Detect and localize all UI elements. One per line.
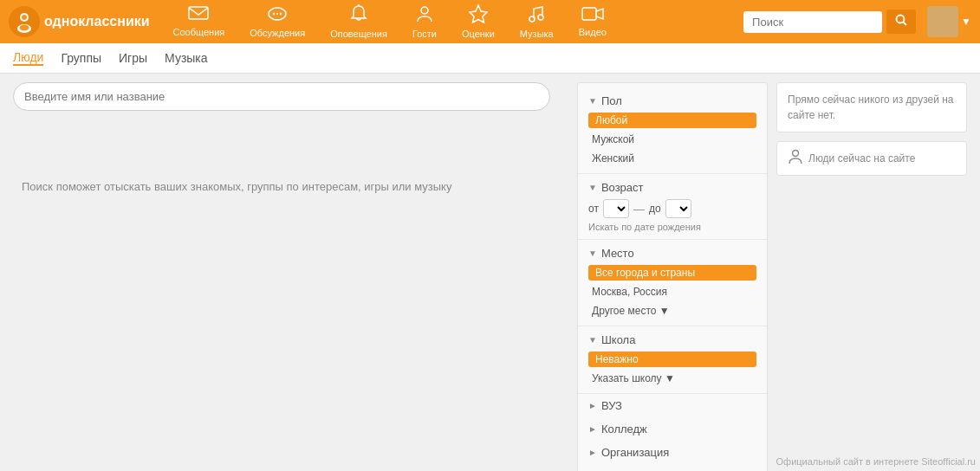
main-content: Поиск поможет отыскать ваших знакомых, г… (0, 74, 980, 471)
friends-online-box: Прямо сейчас никого из друзей на сайте н… (776, 82, 967, 132)
location-filter-header[interactable]: ▼ Место (588, 247, 756, 260)
svg-rect-14 (582, 8, 596, 20)
age-arrow-icon: ▼ (588, 183, 597, 192)
age-row: от — до (588, 199, 756, 218)
friends-online-text: Прямо сейчас никого из друзей на сайте н… (788, 94, 954, 121)
subnav-music[interactable]: Музыка (165, 51, 208, 65)
location-options: Все города и страны Москва, Россия Друго… (588, 265, 756, 319)
gender-male[interactable]: Мужской (588, 132, 756, 147)
messages-icon (188, 6, 209, 24)
svg-point-2 (22, 15, 27, 20)
gender-arrow-icon: ▼ (588, 96, 597, 106)
filters-panel: ▼ Пол Любой Мужской Женский ▼ Возраст от… (577, 82, 768, 471)
nav-guests-label: Гости (412, 29, 437, 39)
gender-label: Пол (601, 94, 622, 107)
svg-point-16 (897, 16, 905, 23)
logo-text: одноклассники (44, 14, 150, 29)
school-specify[interactable]: Указать школу ▼ (588, 371, 756, 386)
college-filter[interactable]: ► Колледж (578, 417, 767, 441)
military-filter[interactable]: ► Воинская часть (578, 464, 767, 471)
svg-point-3 (20, 25, 29, 31)
age-to-label: до (649, 203, 661, 215)
nav-video[interactable]: Видео (568, 3, 617, 41)
gender-filter-header[interactable]: ▼ Пол (588, 94, 756, 107)
global-search-button[interactable] (886, 10, 916, 34)
university-arrow-icon: ► (588, 401, 597, 410)
svg-point-6 (273, 13, 275, 15)
global-search-input[interactable] (743, 11, 882, 33)
user-avatar-area[interactable]: ▼ (927, 6, 971, 37)
nav-notifications-label: Оповещения (330, 29, 387, 39)
chevron-down-icon: ▼ (961, 16, 971, 28)
logo-area[interactable]: одноклассники (9, 6, 150, 37)
ratings-icon (468, 4, 489, 26)
location-moscow[interactable]: Москва, Россия (588, 284, 756, 300)
svg-rect-4 (189, 7, 208, 19)
school-filter-header[interactable]: ▼ Школа (588, 333, 756, 346)
age-label: Возраст (601, 181, 644, 194)
location-all[interactable]: Все города и страны (588, 265, 756, 281)
college-arrow-icon: ► (588, 424, 597, 434)
school-options: Неважно Указать школу ▼ (588, 352, 756, 386)
people-online-label: Люди сейчас на сайте (808, 152, 915, 165)
svg-line-17 (904, 23, 907, 26)
svg-point-7 (276, 13, 278, 15)
nav-music[interactable]: Музыка (509, 1, 564, 42)
location-filter: ▼ Место Все города и страны Москва, Росс… (578, 240, 767, 326)
age-filter: ▼ Возраст от — до Искать по дате рождени… (578, 174, 767, 240)
notifications-icon (350, 4, 367, 26)
subnav-groups[interactable]: Группы (61, 51, 101, 65)
nav-notifications[interactable]: Оповещения (320, 1, 398, 42)
helper-text: Поиск поможет отыскать ваших знакомых, г… (22, 180, 568, 193)
age-from-select[interactable] (603, 199, 629, 218)
svg-point-8 (280, 13, 282, 15)
gender-filter: ▼ Пол Любой Мужской Женский (578, 87, 767, 174)
logo-icon (9, 6, 40, 37)
nav-discussions-label: Обсуждения (250, 28, 305, 38)
avatar (927, 6, 958, 37)
university-label: ВУЗ (601, 399, 622, 412)
organization-label: Организация (601, 446, 669, 459)
header: одноклассники Сообщения Обсуждения Опове… (0, 0, 980, 43)
nav-ratings[interactable]: Оценки (451, 1, 505, 42)
svg-point-13 (538, 15, 543, 20)
location-label: Место (601, 247, 634, 260)
location-arrow-icon: ▼ (588, 248, 597, 258)
nav-guests[interactable]: Гости (402, 1, 447, 42)
nav-messages[interactable]: Сообщения (163, 3, 236, 41)
university-filter[interactable]: ► ВУЗ (578, 394, 767, 417)
location-other[interactable]: Другое место ▼ (588, 303, 756, 319)
nav-music-label: Музыка (520, 29, 554, 39)
name-search-input[interactable] (13, 82, 550, 111)
svg-marker-11 (470, 5, 487, 23)
left-panel: Поиск поможет отыскать ваших знакомых, г… (13, 82, 568, 471)
people-icon (788, 149, 803, 168)
nav-video-label: Видео (579, 27, 607, 37)
age-to-select[interactable] (665, 199, 691, 218)
search-area (743, 10, 916, 34)
people-online-box[interactable]: Люди сейчас на сайте (776, 141, 967, 176)
subnav-games[interactable]: Игры (119, 51, 147, 65)
gender-options: Любой Мужской Женский (588, 113, 756, 166)
birth-date-link[interactable]: Искать по дате рождения (588, 222, 756, 232)
svg-marker-15 (596, 9, 603, 19)
music-icon (527, 4, 546, 26)
age-from-label: от (588, 203, 599, 215)
nav-ratings-label: Оценки (462, 29, 495, 39)
age-filter-header[interactable]: ▼ Возраст (588, 181, 756, 194)
subnav-people[interactable]: Люди (13, 50, 43, 66)
age-dash: — (633, 203, 645, 216)
gender-female[interactable]: Женский (588, 151, 756, 166)
college-label: Колледж (601, 423, 647, 436)
school-any[interactable]: Неважно (588, 352, 756, 367)
right-panel: Прямо сейчас никого из друзей на сайте н… (776, 82, 967, 471)
nav-discussions[interactable]: Обсуждения (239, 2, 315, 42)
organization-filter[interactable]: ► Организация (578, 441, 767, 464)
subnav: Люди Группы Игры Музыка (0, 43, 980, 74)
svg-point-18 (793, 151, 799, 157)
organization-arrow-icon: ► (588, 448, 597, 457)
watermark: Официальный сайт в интернете Siteofficia… (776, 456, 976, 467)
school-label: Школа (601, 333, 636, 346)
gender-any[interactable]: Любой (588, 113, 756, 128)
school-arrow-icon: ▼ (588, 335, 597, 345)
